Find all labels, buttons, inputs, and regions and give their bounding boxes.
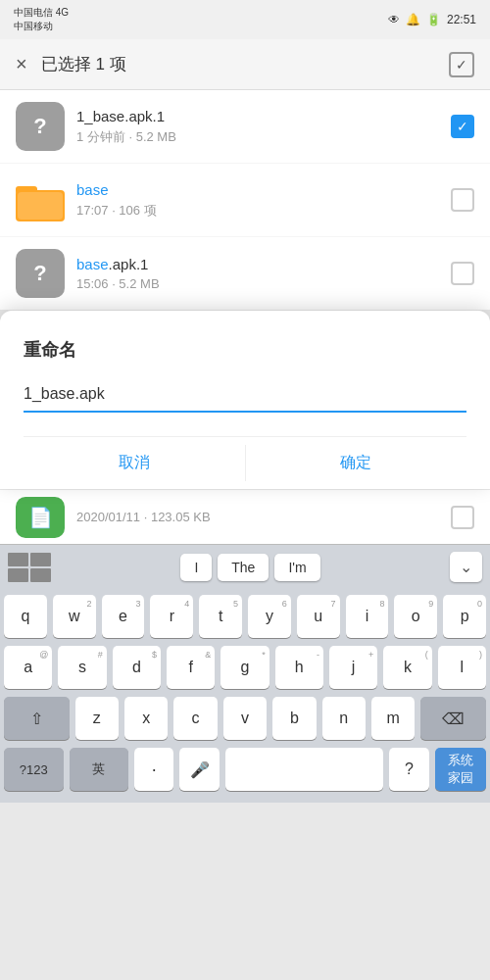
question-mark-icon: ? [33, 114, 46, 139]
keyboard-row-1: q w2 e3 r4 t5 y6 u7 i8 o9 p0 [4, 595, 486, 638]
dialog-actions: 取消 确定 [24, 436, 466, 489]
period-key[interactable]: · [134, 748, 173, 791]
key-t[interactable]: t5 [199, 595, 242, 638]
carrier2-label: 中国移动 [14, 20, 69, 33]
key-w[interactable]: w2 [53, 595, 96, 638]
file-name: base.apk.1 [76, 256, 451, 272]
file-info: 2020/01/11 · 123.05 KB [76, 510, 451, 524]
key-z[interactable]: z [75, 697, 119, 740]
keyboard-row-2: a@ s# d$ f& g* h- j+ k( l) [4, 646, 486, 689]
lang-key[interactable]: 英 [70, 748, 129, 791]
battery-icon: 🔋 [426, 13, 441, 26]
file-checkbox[interactable]: ✓ [451, 115, 474, 138]
status-icons: 👁 🔔 🔋 22:51 [388, 13, 476, 26]
file-name-highlight: base [76, 181, 109, 198]
key-y[interactable]: y6 [248, 595, 291, 638]
key-u[interactable]: u7 [297, 595, 340, 638]
file-meta: 15:06 · 5.2 MB [76, 276, 451, 291]
close-button[interactable]: × [16, 53, 27, 75]
chevron-down-icon: ⌄ [460, 559, 472, 575]
key-n[interactable]: n [322, 697, 366, 740]
file-info: base.apk.1 15:06 · 5.2 MB [76, 256, 451, 291]
check-icon: ✓ [456, 57, 467, 73]
carrier1-label: 中国电信 4G [14, 6, 69, 20]
list-item[interactable]: ? base.apk.1 15:06 · 5.2 MB [0, 237, 490, 310]
list-item[interactable]: base 17:07 · 106 项 [0, 164, 490, 236]
apk-icon: ? [16, 102, 65, 151]
keyboard-row-3: ⇧ z x c v b n m ⌫ [4, 697, 486, 740]
key-q[interactable]: q [4, 595, 47, 638]
key-c[interactable]: c [173, 697, 217, 740]
file-name-highlight: base [76, 256, 109, 272]
folder-icon [16, 175, 65, 224]
key-a[interactable]: a@ [4, 646, 52, 689]
status-bar: 中国电信 4G 中国移动 👁 🔔 🔋 22:51 [0, 0, 490, 39]
dialog-overlay: 重命名 取消 确定 [0, 311, 490, 489]
file-checkbox[interactable] [451, 262, 474, 285]
return-key[interactable]: 系统家园 [435, 748, 486, 791]
rename-input[interactable] [24, 381, 466, 413]
checkmark-icon: ✓ [457, 119, 468, 134]
file-name: base [76, 181, 451, 198]
key-p[interactable]: p0 [443, 595, 486, 638]
word-suggestion-i[interactable]: I [180, 554, 212, 581]
key-k[interactable]: k( [383, 646, 431, 689]
keyboard-toolbar: I The I'm ⌄ [0, 544, 490, 589]
keyboard: q w2 e3 r4 t5 y6 u7 i8 o9 p0 a@ s# d$ f&… [0, 589, 490, 803]
time-display: 22:51 [447, 13, 476, 26]
key-e[interactable]: e3 [102, 595, 145, 638]
file-icon-green: 📄 [16, 497, 65, 538]
eye-icon: 👁 [388, 13, 400, 26]
mic-key[interactable]: 🎤 [179, 748, 219, 791]
shift-key[interactable]: ⇧ [4, 697, 70, 740]
backspace-key[interactable]: ⌫ [420, 697, 486, 740]
question-mark-icon: ? [33, 261, 46, 286]
key-d[interactable]: d$ [113, 646, 161, 689]
file-meta: 1 分钟前 · 5.2 MB [76, 128, 451, 146]
folder-svg [16, 178, 65, 221]
file-info: base 17:07 · 106 项 [76, 181, 451, 220]
rename-dialog: 重命名 取消 确定 [0, 311, 490, 489]
file-name: 1_base.apk.1 [76, 108, 451, 124]
file-meta: 2020/01/11 · 123.05 KB [76, 510, 451, 524]
grid-button[interactable] [8, 553, 51, 582]
key-i[interactable]: i8 [346, 595, 389, 638]
file-meta: 17:07 · 106 项 [76, 202, 451, 220]
partial-file-item[interactable]: 📄 2020/01/11 · 123.05 KB [0, 490, 490, 544]
file-checkbox[interactable] [451, 188, 474, 212]
key-r[interactable]: r4 [150, 595, 193, 638]
top-bar: × 已选择 1 项 ✓ [0, 39, 490, 90]
bell-icon: 🔔 [406, 13, 420, 26]
dialog-title: 重命名 [24, 338, 466, 362]
apk-icon: ? [16, 249, 65, 298]
key-x[interactable]: x [124, 697, 168, 740]
key-s[interactable]: s# [58, 646, 106, 689]
svg-rect-2 [18, 192, 63, 220]
question-key[interactable]: ? [389, 748, 428, 791]
key-j[interactable]: j+ [329, 646, 377, 689]
word-suggestion-the[interactable]: The [218, 554, 269, 581]
page-title: 已选择 1 项 [41, 53, 449, 75]
key-b[interactable]: b [272, 697, 316, 740]
file-info: 1_base.apk.1 1 分钟前 · 5.2 MB [76, 108, 451, 146]
hide-keyboard-button[interactable]: ⌄ [450, 552, 482, 582]
app-icon: 📄 [28, 506, 53, 529]
symbol-key[interactable]: ?123 [4, 748, 64, 791]
word-suggestion-im[interactable]: I'm [274, 554, 319, 581]
key-g[interactable]: g* [220, 646, 269, 689]
key-v[interactable]: v [223, 697, 267, 740]
select-all-checkbox[interactable]: ✓ [449, 52, 474, 77]
file-checkbox[interactable] [451, 506, 474, 529]
confirm-button[interactable]: 确定 [246, 437, 467, 489]
key-f[interactable]: f& [167, 646, 215, 689]
keyboard-row-4: ?123 英 · 🎤 ? 系统家园 [4, 748, 486, 791]
key-m[interactable]: m [371, 697, 415, 740]
carrier-info: 中国电信 4G 中国移动 [14, 6, 69, 33]
list-item[interactable]: ? 1_base.apk.1 1 分钟前 · 5.2 MB ✓ [0, 90, 490, 163]
cancel-button[interactable]: 取消 [24, 437, 245, 489]
file-list: ? 1_base.apk.1 1 分钟前 · 5.2 MB ✓ base 17:… [0, 90, 490, 310]
space-key[interactable] [225, 748, 383, 791]
key-o[interactable]: o9 [394, 595, 437, 638]
key-h[interactable]: h- [275, 646, 323, 689]
key-l[interactable]: l) [438, 646, 486, 689]
